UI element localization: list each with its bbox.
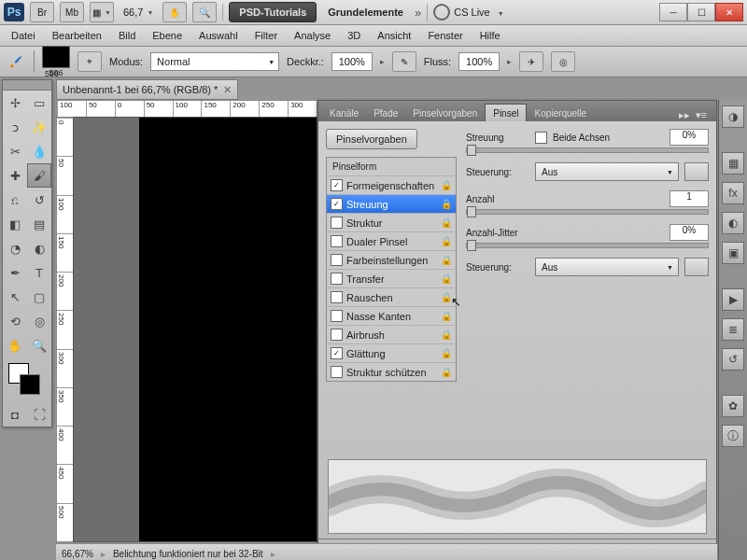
steuerung-dropdown[interactable]: Aus xyxy=(535,162,679,181)
tablet-size-button[interactable]: ◎ xyxy=(551,51,575,72)
prop-glaettung[interactable]: ✓Glättung🔒 xyxy=(327,343,456,362)
tab-kanaele[interactable]: Kanäle xyxy=(322,105,366,121)
layers-panel-icon[interactable]: ≣ xyxy=(722,318,744,341)
actions-panel-icon[interactable]: ▶ xyxy=(722,288,744,311)
tablet-opacity-button[interactable]: ✎ xyxy=(392,51,416,72)
dodge-tool[interactable]: ◐ xyxy=(27,236,51,260)
beide-achsen-checkbox[interactable] xyxy=(535,132,547,144)
path-select-tool[interactable]: ↖ xyxy=(3,285,27,309)
3d-rotate-tool[interactable]: ⟲ xyxy=(3,309,27,333)
lock-icon[interactable]: 🔒 xyxy=(441,199,452,209)
current-tool-icon[interactable]: 🖌️ xyxy=(6,51,26,72)
prop-struktur-schuetzen[interactable]: Struktur schützen🔒 xyxy=(327,362,456,381)
gradient-tool[interactable]: ▤ xyxy=(27,212,51,236)
modus-dropdown[interactable]: Normal xyxy=(150,52,279,71)
menu-fenster[interactable]: Fenster xyxy=(420,28,470,43)
checkbox-icon[interactable]: ✓ xyxy=(331,179,343,191)
prop-formeigenschaften[interactable]: ✓Formeigenschaften🔒 xyxy=(327,175,456,194)
color-swatches[interactable] xyxy=(7,361,48,399)
slider-handle[interactable] xyxy=(467,145,476,156)
tab-pfade[interactable]: Pfade xyxy=(366,105,405,121)
history-brush-tool[interactable]: ↺ xyxy=(27,188,51,212)
menu-datei[interactable]: Datei xyxy=(4,28,43,43)
prop-struktur[interactable]: Struktur🔒 xyxy=(327,213,456,231)
checkbox-icon[interactable] xyxy=(331,291,343,303)
streuung-input[interactable]: 0% xyxy=(669,129,709,146)
move-tool[interactable]: ✢ xyxy=(3,91,27,115)
prop-rauschen[interactable]: Rauschen🔒 xyxy=(327,287,456,306)
status-zoom[interactable]: 66,67% xyxy=(62,549,93,559)
crop-tool[interactable]: ✂ xyxy=(3,139,27,163)
airbrush-button[interactable]: ✈ xyxy=(519,51,543,72)
prop-nasse-kanten[interactable]: Nasse Kanten🔒 xyxy=(327,306,456,325)
wand-tool[interactable]: ✨ xyxy=(27,115,51,139)
toolbox-grip[interactable] xyxy=(3,80,51,91)
3d-camera-tool[interactable]: ◎ xyxy=(27,309,51,333)
menu-analyse[interactable]: Analyse xyxy=(287,28,338,43)
quickmask-button[interactable]: ◘ xyxy=(3,402,27,427)
history-panel-icon[interactable]: ↺ xyxy=(722,348,744,371)
lock-icon[interactable]: 🔒 xyxy=(441,329,452,340)
brush-tool[interactable]: 🖌 xyxy=(27,163,51,188)
prop-airbrush[interactable]: Airbrush🔒 xyxy=(327,325,456,343)
maximize-button[interactable]: ☐ xyxy=(687,3,715,21)
document-tab[interactable]: Unbenannt-1 bei 66,7% (RGB/8) * ✕ xyxy=(56,79,238,100)
shape-tool[interactable]: ▢ xyxy=(27,285,51,309)
color-panel-icon[interactable]: ◑ xyxy=(722,105,744,128)
minimize-button[interactable]: ─ xyxy=(659,3,687,21)
menu-ebene[interactable]: Ebene xyxy=(145,28,190,43)
menu-filter[interactable]: Filter xyxy=(247,28,285,43)
prop-transfer[interactable]: Transfer🔒 xyxy=(327,269,456,287)
anzahl-slider[interactable] xyxy=(466,209,709,215)
panel-collapse-icon[interactable]: ▸▸ xyxy=(679,109,690,121)
text-panel-icon[interactable]: ✿ xyxy=(722,395,744,417)
checkbox-icon[interactable]: ✓ xyxy=(331,198,343,210)
marquee-tool[interactable]: ▭ xyxy=(27,91,51,115)
hand-tool[interactable]: ✋ xyxy=(3,333,27,357)
eyedropper-tool[interactable]: 💧 xyxy=(27,139,51,163)
lock-icon[interactable]: 🔒 xyxy=(441,180,452,190)
menu-ansicht[interactable]: Ansicht xyxy=(370,28,418,43)
checkbox-icon[interactable] xyxy=(331,310,343,322)
canvas[interactable] xyxy=(73,117,317,542)
checkbox-icon[interactable] xyxy=(331,254,343,266)
background-swatch[interactable] xyxy=(20,374,40,395)
screenmode-button[interactable]: ⛶ xyxy=(27,402,51,427)
tab-pinsel[interactable]: Pinsel xyxy=(485,104,527,121)
menu-bearbeiten[interactable]: Bearbeiten xyxy=(45,28,109,43)
checkbox-icon[interactable] xyxy=(331,217,343,229)
tab-kopierquelle[interactable]: Kopierquelle xyxy=(527,105,594,121)
lock-icon[interactable]: 🔒 xyxy=(441,236,452,246)
checkbox-icon[interactable] xyxy=(331,273,343,285)
lock-icon[interactable]: 🔒 xyxy=(441,217,452,228)
slider-handle[interactable] xyxy=(467,206,476,217)
menu-auswahl[interactable]: Auswahl xyxy=(191,28,246,43)
chevron-right-icon[interactable]: ▸ xyxy=(507,57,512,66)
streuung-slider[interactable] xyxy=(466,147,709,153)
workspace-grundelemente[interactable]: Grundelemente xyxy=(322,7,409,18)
adjustments-panel-icon[interactable]: ◐ xyxy=(722,212,744,234)
steuerung-aux-button[interactable] xyxy=(684,162,709,181)
checkbox-icon[interactable] xyxy=(331,235,343,247)
workspace-psd-tutorials[interactable]: PSD-Tutorials xyxy=(229,2,317,22)
blur-tool[interactable]: ◔ xyxy=(3,236,27,260)
lock-icon[interactable]: 🔒 xyxy=(441,348,452,358)
pen-tool[interactable]: ✒ xyxy=(3,260,27,285)
lock-icon[interactable]: 🔒 xyxy=(441,273,452,284)
anzahl-jitter-input[interactable]: 0% xyxy=(669,224,709,241)
workspace-more-icon[interactable]: » xyxy=(415,6,421,20)
zoom-level-dropdown[interactable]: 66,7 xyxy=(120,4,157,21)
lock-icon[interactable]: 🔒 xyxy=(441,367,452,377)
styles-panel-icon[interactable]: fx xyxy=(722,182,744,204)
cs-live-button[interactable]: CS Live xyxy=(433,4,503,21)
arrange-documents-button[interactable]: ▦ xyxy=(90,2,114,22)
eraser-tool[interactable]: ◧ xyxy=(3,212,27,236)
steuerung2-aux-button[interactable] xyxy=(684,258,709,276)
bridge-button[interactable]: Br xyxy=(30,2,54,22)
minibridge-button[interactable]: Mb xyxy=(60,2,84,22)
panel-menu-icon[interactable]: ▾≡ xyxy=(690,109,712,121)
close-icon[interactable]: ✕ xyxy=(223,84,232,96)
checkbox-icon[interactable]: ✓ xyxy=(331,347,343,359)
slider-handle[interactable] xyxy=(467,240,476,251)
menu-hilfe[interactable]: Hilfe xyxy=(472,28,508,43)
